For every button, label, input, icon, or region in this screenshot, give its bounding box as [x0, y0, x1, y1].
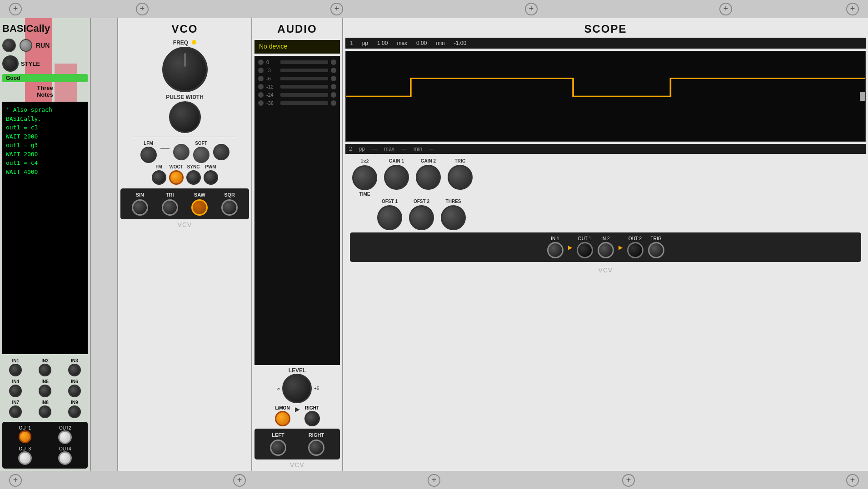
terminal-line-0: ' Also sprach BASICally. [6, 105, 84, 123]
scope-scroll-handle[interactable] [860, 92, 865, 101]
gain2-label: GAIN 2 [421, 158, 436, 163]
add-btn-c1[interactable]: + [136, 3, 149, 15]
pulse-width-knob[interactable] [169, 101, 201, 133]
right-jack-container[interactable]: RIGHT [304, 405, 320, 426]
run-toggle[interactable] [20, 39, 32, 52]
scope-out2-jack[interactable] [627, 242, 644, 258]
audio-io-bar: LEFT RIGHT [254, 429, 340, 459]
audio-right-jack[interactable] [308, 440, 324, 456]
scope-arrow1: ▶ [568, 244, 572, 251]
scope-ch1-min-label: min [436, 40, 444, 46]
add-btn-left[interactable]: + [9, 3, 22, 15]
jack-in6[interactable]: IN6 [61, 379, 88, 397]
scope-ch1-num: 1 [350, 40, 353, 46]
audio-left-jack[interactable] [270, 440, 286, 456]
scope-in2-jack[interactable] [598, 242, 614, 258]
waveform-bar: SIN TRI SAW SQR [120, 188, 249, 219]
wave-tri[interactable]: TRI [162, 192, 178, 216]
audio-device-display: No device [254, 40, 340, 54]
scope-trig-col: TRIG [648, 236, 664, 258]
ofst2-group: OFST 2 [409, 199, 434, 230]
fm-label: FM [155, 164, 162, 169]
output-panel: OUT1 OUT2 OUT3 OUT4 [2, 422, 88, 469]
jack-out3[interactable]: OUT3 [6, 446, 44, 465]
scope-ch1-max-val: 0.00 [416, 40, 427, 46]
lmon-jack[interactable] [275, 411, 290, 426]
jack-in4[interactable]: IN4 [2, 379, 29, 397]
jack-in7[interactable]: IN7 [2, 400, 29, 418]
scope-ch1-pp-label: pp [362, 40, 368, 46]
gain1-label: GAIN 1 [389, 158, 404, 163]
add-btn-bottom-right[interactable]: + [846, 474, 859, 487]
scope-vcv-logo: VCV [345, 267, 866, 274]
audio-left-col[interactable]: LEFT [270, 432, 286, 456]
meter-dot-0 [258, 59, 264, 65]
basically-knob1[interactable] [2, 39, 16, 52]
level-range: -∞ +6 [275, 374, 319, 403]
wave-sin[interactable]: SIN [132, 192, 148, 216]
time-knob[interactable] [352, 165, 377, 190]
jack-in1[interactable]: IN1 [2, 358, 29, 376]
pwm-knob[interactable] [213, 144, 229, 160]
scope-trig-jack[interactable] [648, 242, 664, 258]
add-btn-right[interactable]: + [846, 3, 859, 15]
pwm-jack[interactable] [204, 170, 218, 185]
lfm-knob[interactable] [140, 147, 157, 163]
meter-dot-12 [258, 84, 264, 89]
soft-knob[interactable] [193, 147, 210, 163]
gain1-knob[interactable] [384, 165, 409, 190]
add-btn-bottom-c2[interactable]: + [428, 474, 440, 487]
add-btn-bottom-c1[interactable]: + [233, 474, 246, 487]
fm-jack[interactable] [152, 170, 166, 185]
jack-in9[interactable]: IN9 [61, 400, 88, 418]
trig-knob[interactable] [448, 165, 473, 190]
voct-jack[interactable] [169, 170, 184, 185]
voct-knob[interactable] [173, 144, 190, 160]
add-btn-c4[interactable]: + [719, 3, 732, 15]
separator-panel [91, 18, 118, 471]
wave-saw[interactable]: SAW [191, 192, 208, 216]
scope-out1-label: OUT 1 [578, 236, 591, 241]
jack-out1[interactable]: OUT1 [6, 425, 44, 444]
style-knob[interactable] [2, 55, 19, 72]
audio-right-col[interactable]: RIGHT [308, 432, 324, 456]
scope-ch1-pp-val: 1.00 [377, 40, 388, 46]
jack-in2[interactable]: IN2 [32, 358, 59, 376]
scope-out1-jack[interactable] [577, 242, 593, 258]
wave-sqr[interactable]: SQR [221, 192, 238, 216]
level-label: LEVEL [289, 367, 306, 374]
jack-out2[interactable]: OUT2 [46, 425, 85, 444]
scope-in1-col: IN 1 [547, 236, 564, 258]
audio-device-text: No device [259, 43, 287, 50]
add-btn-bottom-c3[interactable]: + [622, 474, 635, 487]
vco-vcv-logo: VCV [178, 221, 192, 228]
terminal-line-2: WAIT 2000 [6, 132, 84, 141]
freq-knob[interactable] [162, 47, 208, 92]
scope-ch1-max-label: max [397, 40, 407, 46]
add-btn-c3[interactable]: + [525, 3, 538, 15]
scope-in2-label: IN 2 [601, 236, 609, 241]
lmon-jack-container[interactable]: L/MON [275, 405, 290, 426]
jack-in8[interactable]: IN8 [32, 400, 59, 418]
add-btn-bottom-left[interactable]: + [9, 474, 22, 487]
level-min: -∞ [275, 386, 280, 391]
ofst2-knob[interactable] [409, 205, 434, 230]
lmon-label: L/MON [275, 405, 289, 410]
ofst1-group: OFST 1 [377, 199, 402, 230]
gain2-knob[interactable] [416, 165, 441, 190]
ofst1-knob[interactable] [377, 205, 402, 230]
jack-in3[interactable]: IN3 [61, 358, 88, 376]
play-button[interactable]: ▶ [295, 405, 300, 426]
thres-knob[interactable] [441, 205, 466, 230]
sync-jack[interactable] [186, 170, 201, 185]
add-btn-c2[interactable]: + [330, 3, 343, 15]
scope-in1-jack[interactable] [547, 242, 564, 258]
pwm-label: PWM [205, 164, 216, 169]
top-bar: + + + + + + [0, 0, 868, 18]
jack-in5[interactable]: IN5 [32, 379, 59, 397]
right-jack[interactable] [304, 411, 320, 426]
level-knob[interactable] [282, 374, 312, 403]
terminal-display[interactable]: ' Also sprach BASICally. out1 = c3 WAIT … [2, 102, 88, 354]
jack-out4[interactable]: OUT4 [46, 446, 85, 465]
meter-dot-0r [331, 59, 336, 65]
